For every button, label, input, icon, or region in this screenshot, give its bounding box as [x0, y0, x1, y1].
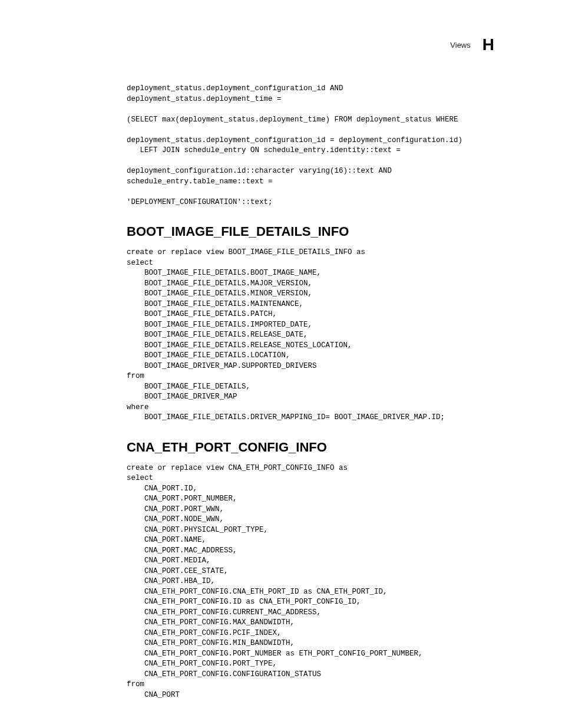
- code-block-deployment-status: deployment_status.deployment_configurati…: [127, 84, 494, 207]
- code-block-cna-eth-port: create or replace view CNA_ETH_PORT_CONF…: [127, 463, 494, 701]
- page-header: Views H: [127, 35, 494, 54]
- header-appendix-letter: H: [482, 35, 494, 54]
- section-heading-cna-eth-port: CNA_ETH_PORT_CONFIG_INFO: [127, 440, 494, 455]
- section-heading-boot-image: BOOT_IMAGE_FILE_DETAILS_INFO: [127, 224, 494, 239]
- page: Views H deployment_status.deployment_con…: [0, 0, 562, 728]
- code-block-boot-image: create or replace view BOOT_IMAGE_FILE_D…: [127, 248, 494, 423]
- header-section-label: Views: [450, 41, 470, 50]
